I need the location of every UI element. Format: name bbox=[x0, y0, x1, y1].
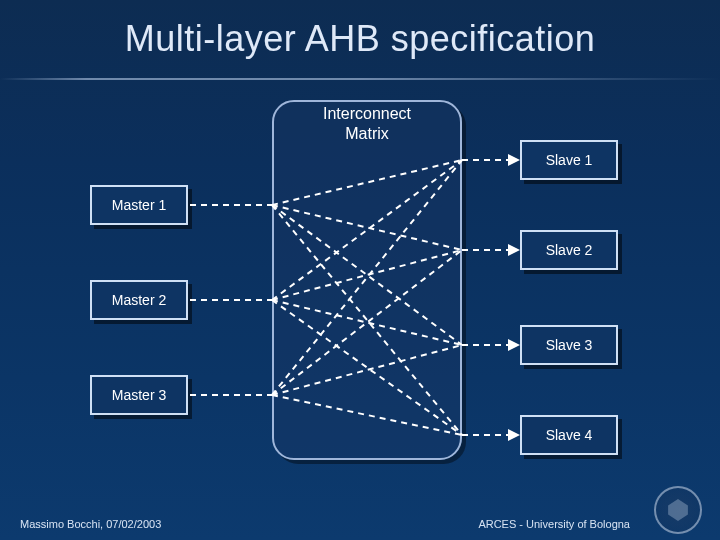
svg-line-13 bbox=[272, 300, 462, 345]
master-1-block: Master 1 bbox=[90, 185, 188, 225]
footer-author-date: Massimo Bocchi, 07/02/2003 bbox=[20, 518, 161, 530]
matrix-label-line2: Matrix bbox=[345, 125, 389, 142]
slave-3-block: Slave 3 bbox=[520, 325, 618, 365]
svg-line-11 bbox=[272, 160, 462, 300]
svg-line-10 bbox=[272, 205, 462, 435]
interconnect-matrix-box bbox=[272, 100, 462, 460]
master-2-block: Master 2 bbox=[90, 280, 188, 320]
diagram-area: Interconnect Matrix Master 1 Master 2 Ma… bbox=[0, 0, 720, 540]
interconnect-matrix-label: Interconnect Matrix bbox=[272, 104, 462, 144]
slave-3-label: Slave 3 bbox=[546, 337, 593, 353]
master-3-block: Master 3 bbox=[90, 375, 188, 415]
university-seal-icon bbox=[654, 486, 702, 534]
slave-1-label: Slave 1 bbox=[546, 152, 593, 168]
svg-line-18 bbox=[272, 395, 462, 435]
slave-4-block: Slave 4 bbox=[520, 415, 618, 455]
footer-affiliation: ARCES - University of Bologna bbox=[478, 518, 630, 530]
slave-2-block: Slave 2 bbox=[520, 230, 618, 270]
master-1-label: Master 1 bbox=[112, 197, 166, 213]
slave-2-label: Slave 2 bbox=[546, 242, 593, 258]
svg-line-17 bbox=[272, 345, 462, 395]
title-underline bbox=[0, 78, 720, 80]
svg-line-7 bbox=[272, 160, 462, 205]
svg-line-12 bbox=[272, 250, 462, 300]
slave-1-block: Slave 1 bbox=[520, 140, 618, 180]
seal-glyph bbox=[667, 499, 689, 521]
svg-line-16 bbox=[272, 250, 462, 395]
svg-line-15 bbox=[272, 160, 462, 395]
slide-title: Multi-layer AHB specification bbox=[0, 0, 720, 60]
master-3-label: Master 3 bbox=[112, 387, 166, 403]
svg-line-8 bbox=[272, 205, 462, 250]
footer: Massimo Bocchi, 07/02/2003 ARCES - Unive… bbox=[20, 518, 630, 530]
svg-line-9 bbox=[272, 205, 462, 345]
master-2-label: Master 2 bbox=[112, 292, 166, 308]
matrix-label-line1: Interconnect bbox=[323, 105, 411, 122]
slave-4-label: Slave 4 bbox=[546, 427, 593, 443]
svg-line-14 bbox=[272, 300, 462, 435]
connection-lines bbox=[0, 0, 720, 540]
